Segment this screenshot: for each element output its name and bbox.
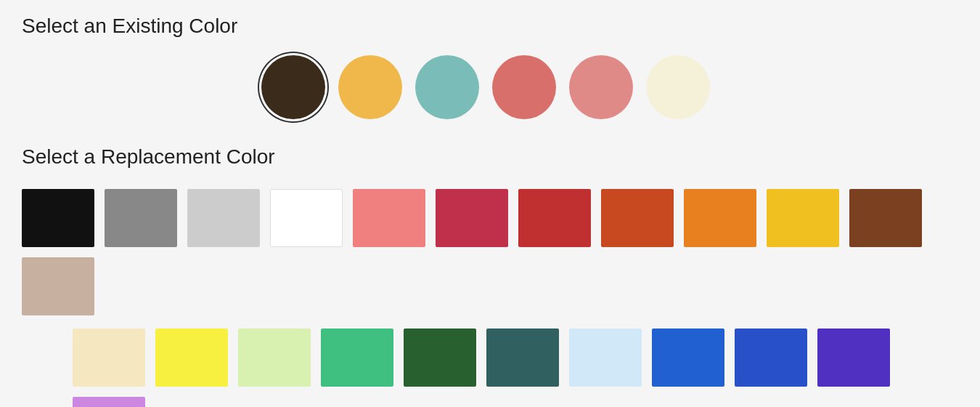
replacement-color-dark-teal[interactable] bbox=[486, 329, 559, 387]
replacement-color-brown[interactable] bbox=[849, 189, 922, 247]
existing-colors-row bbox=[22, 55, 958, 119]
replacement-colors-section: Select a Replacement Color bbox=[22, 145, 958, 407]
existing-color-dusty-rose[interactable] bbox=[569, 55, 633, 119]
replacement-color-emerald-green[interactable] bbox=[321, 329, 393, 387]
replacement-color-bright-yellow[interactable] bbox=[155, 329, 228, 387]
replacement-color-pink[interactable] bbox=[353, 189, 425, 247]
replacement-color-cream-yellow[interactable] bbox=[73, 329, 145, 387]
replacement-color-indigo[interactable] bbox=[817, 329, 890, 387]
replacement-color-light-blue[interactable] bbox=[569, 329, 642, 387]
replacement-row2 bbox=[22, 329, 958, 407]
replacement-colors-title: Select a Replacement Color bbox=[22, 145, 958, 169]
existing-color-golden-yellow[interactable] bbox=[338, 55, 402, 119]
replacement-color-black[interactable] bbox=[22, 189, 94, 247]
replacement-color-red[interactable] bbox=[518, 189, 591, 247]
existing-color-teal-blue[interactable] bbox=[415, 55, 479, 119]
replacement-color-blue[interactable] bbox=[735, 329, 807, 387]
replacement-color-yellow[interactable] bbox=[767, 189, 839, 247]
replacement-color-lavender[interactable] bbox=[73, 397, 145, 407]
replacement-color-orange[interactable] bbox=[684, 189, 756, 247]
existing-color-salmon-red[interactable] bbox=[492, 55, 556, 119]
replacement-color-light-green[interactable] bbox=[238, 329, 311, 387]
existing-colors-title: Select an Existing Color bbox=[22, 15, 958, 38]
existing-color-dark-brown[interactable] bbox=[261, 55, 325, 119]
replacement-color-white[interactable] bbox=[270, 189, 343, 247]
existing-colors-section: Select an Existing Color bbox=[22, 15, 958, 119]
replacement-color-royal-blue[interactable] bbox=[652, 329, 724, 387]
replacement-color-forest-green[interactable] bbox=[404, 329, 476, 387]
replacement-color-burnt-orange[interactable] bbox=[601, 189, 674, 247]
replacement-row1 bbox=[22, 189, 958, 315]
existing-color-cream[interactable] bbox=[646, 55, 710, 119]
replacement-color-dark-gray[interactable] bbox=[105, 189, 177, 247]
replacement-color-tan[interactable] bbox=[22, 257, 94, 315]
replacement-color-crimson[interactable] bbox=[436, 189, 508, 247]
replacement-color-light-gray[interactable] bbox=[187, 189, 260, 247]
